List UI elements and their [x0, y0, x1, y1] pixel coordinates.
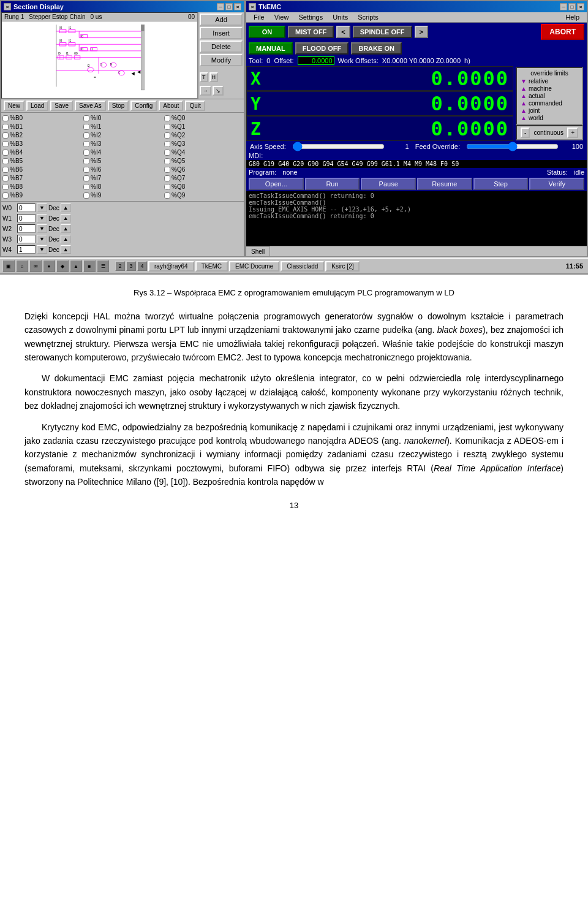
stop-button[interactable]: Stop [108, 101, 129, 111]
maximize-icon[interactable]: □ [225, 3, 233, 10]
checkbox-q5[interactable] [164, 158, 170, 164]
taskbar-icon-1[interactable]: ▣ [2, 260, 15, 272]
gt-button[interactable]: > [415, 26, 428, 38]
lt-button[interactable]: < [336, 26, 350, 38]
checkbox-q7[interactable] [164, 175, 170, 181]
minimize-icon[interactable]: ─ [217, 3, 224, 10]
run-btn-open-[interactable]: Open... [249, 178, 304, 190]
num-input-field[interactable] [17, 235, 36, 243]
dec-up-button[interactable]: ▲ [61, 203, 71, 212]
taskbar-icon-8[interactable]: ☰ [97, 260, 109, 272]
menu-file[interactable]: File [249, 13, 270, 21]
checkbox-b5[interactable] [2, 158, 9, 164]
taskbar-item-emc-doc[interactable]: EMC Docume [229, 261, 279, 272]
checkbox-i0[interactable] [83, 115, 89, 121]
checkbox-b0[interactable] [2, 115, 9, 121]
checkbox-b6[interactable] [2, 167, 9, 173]
mist-off-button[interactable]: MIST OFF [288, 26, 334, 38]
brake-on-button[interactable]: BRAKE ON [351, 42, 402, 55]
dec-down-button[interactable]: ▼ [37, 224, 47, 233]
checkbox-q4[interactable] [164, 150, 170, 156]
on-button[interactable]: ON [249, 26, 285, 38]
tkemc-close2-icon[interactable]: × [577, 3, 584, 10]
checkbox-q6[interactable] [164, 167, 170, 173]
checkbox-b3[interactable] [2, 141, 9, 147]
taskbar-item-rayh[interactable]: rayh@ray64 [148, 261, 194, 272]
tkemc-minimize-icon[interactable]: ─ [560, 3, 567, 10]
checkbox-q9[interactable] [164, 192, 170, 199]
menu-settings[interactable]: Settings [293, 13, 328, 21]
cont-plus-button[interactable]: + [567, 127, 578, 138]
h-button[interactable]: H [209, 72, 219, 82]
checkbox-q3[interactable] [164, 141, 170, 147]
tkemc-close-icon[interactable]: × [249, 3, 256, 10]
checkbox-i1[interactable] [83, 124, 89, 130]
taskbar-icon-3[interactable]: ✉ [29, 260, 42, 272]
taskbar-item-classicladd[interactable]: Classicladd [281, 261, 324, 272]
taskbar-item-tkemc[interactable]: TkEMC [195, 261, 228, 272]
checkbox-b2[interactable] [2, 132, 9, 139]
menu-scripts[interactable]: Scripts [353, 13, 383, 21]
checkbox-i7[interactable] [83, 175, 89, 181]
offset-input[interactable] [298, 56, 334, 65]
spindle-off-button[interactable]: SPINDLE OFF [353, 26, 412, 38]
quit-button[interactable]: Quit [185, 101, 205, 111]
taskbar-icon-2[interactable]: ⌂ [16, 260, 28, 272]
override-option-actual[interactable]: ▲ actual [521, 93, 578, 99]
dec-up-button[interactable]: ▲ [61, 235, 71, 243]
run-btn-run[interactable]: Run [305, 178, 360, 190]
dec-up-button[interactable]: ▲ [61, 245, 71, 254]
run-btn-pause[interactable]: Pause [361, 178, 416, 190]
checkbox-i8[interactable] [83, 184, 89, 190]
dec-down-button[interactable]: ▼ [37, 245, 47, 254]
feed-override-slider[interactable] [466, 143, 559, 150]
checkbox-b8[interactable] [2, 184, 9, 190]
num-input-field[interactable] [17, 203, 36, 212]
menu-help[interactable]: Help [560, 13, 584, 21]
shell-tab[interactable]: Shell [246, 246, 270, 256]
taskbar-item-ksirc[interactable]: Ksirc [2] [325, 261, 360, 272]
taskbar-num-2[interactable]: 2 [115, 261, 125, 271]
delete-button[interactable]: Delete [200, 40, 243, 53]
num-input-field[interactable] [17, 245, 36, 254]
checkbox-b9[interactable] [2, 192, 9, 199]
axis-speed-slider[interactable] [292, 143, 385, 150]
dec-up-button[interactable]: ▲ [61, 214, 71, 222]
close-window-icon[interactable]: × [234, 3, 241, 10]
taskbar-icon-6[interactable]: ▲ [70, 260, 82, 272]
manual-button[interactable]: MANUAL [249, 42, 293, 55]
load-button[interactable]: Load [26, 101, 48, 111]
num-input-field[interactable] [17, 214, 36, 222]
checkbox-i3[interactable] [83, 141, 89, 147]
num-input-field[interactable] [17, 224, 36, 233]
checkbox-q0[interactable] [164, 115, 170, 121]
dec-down-button[interactable]: ▼ [37, 203, 47, 212]
taskbar-icon-7[interactable]: ■ [83, 260, 96, 272]
taskbar-icon-4[interactable]: ● [43, 260, 55, 272]
run-btn-step[interactable]: Step [473, 178, 529, 190]
checkbox-q1[interactable] [164, 124, 170, 130]
dec-down-button[interactable]: ▼ [37, 214, 47, 222]
menu-view[interactable]: View [270, 13, 294, 21]
run-btn-verify[interactable]: Verify [529, 178, 584, 190]
tkemc-maximize-icon[interactable]: □ [568, 3, 576, 10]
cont-minus-button[interactable]: - [521, 127, 530, 138]
modify-button[interactable]: Modify [200, 54, 243, 66]
add-button[interactable]: Add [200, 13, 243, 26]
checkbox-q2[interactable] [164, 132, 170, 139]
taskbar-icon-5[interactable]: ◆ [56, 260, 69, 272]
checkbox-i4[interactable] [83, 150, 89, 156]
checkbox-b7[interactable] [2, 175, 9, 181]
checkbox-i6[interactable] [83, 167, 89, 173]
checkbox-b1[interactable] [2, 124, 9, 130]
flood-off-button[interactable]: FLOOD OFF [295, 42, 349, 55]
about-button[interactable]: About [159, 101, 183, 111]
arrow-right-button[interactable]: → [200, 86, 211, 96]
config-button[interactable]: Config [130, 101, 157, 111]
checkbox-i2[interactable] [83, 132, 89, 139]
abort-button[interactable]: ABORT [541, 24, 584, 40]
checkbox-i5[interactable] [83, 158, 89, 164]
save-button[interactable]: Save [50, 101, 73, 111]
taskbar-num-3[interactable]: 3 [126, 261, 136, 271]
menu-units[interactable]: Units [328, 13, 353, 21]
